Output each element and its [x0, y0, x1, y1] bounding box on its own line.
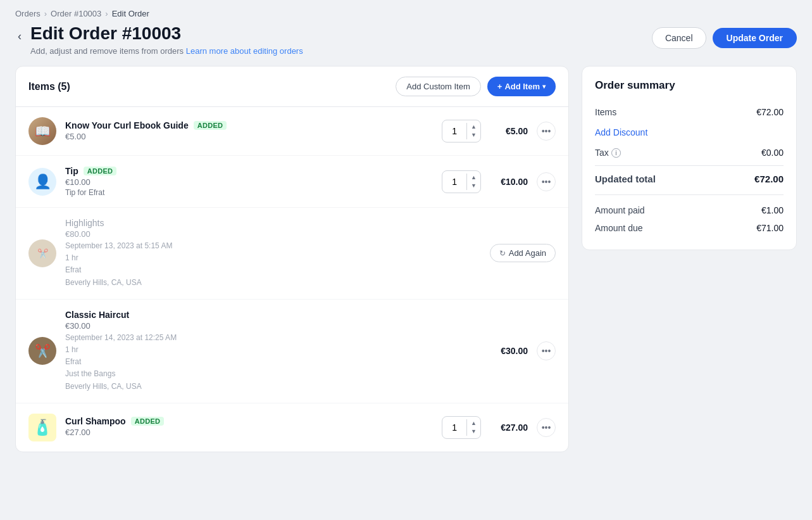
table-row: ✂️ Highlights €80.00 September 13, 2023 …	[16, 208, 568, 300]
back-button[interactable]: ‹	[15, 27, 24, 46]
quantity-stepper[interactable]: ▲ ▼	[442, 416, 481, 439]
item-date: September 14, 2023 at 12:25 AM	[65, 332, 481, 344]
item-price-sub: €10.00	[65, 177, 433, 187]
updated-total-value: €72.00	[754, 174, 784, 184]
item-name-row: Know Your Curl Ebook Guide ADDED	[65, 120, 433, 130]
item-name-row: Classic Haircut	[65, 310, 481, 320]
summary-amount-paid-row: Amount paid €1.00	[595, 201, 784, 219]
item-more-button[interactable]: •••	[537, 418, 556, 437]
item-price-sub: €27.00	[65, 428, 433, 437]
quantity-stepper[interactable]: ▲ ▼	[442, 170, 481, 193]
refresh-icon: ↻	[499, 249, 506, 258]
qty-up-button[interactable]: ▲	[467, 174, 480, 182]
update-order-button[interactable]: Update Order	[713, 28, 797, 48]
qty-up-button[interactable]: ▲	[467, 123, 480, 131]
page-subtitle: Add, adjust and remove items from orders…	[30, 46, 303, 56]
add-item-label: Add Item	[504, 82, 540, 91]
avatar: 🧴	[28, 414, 56, 441]
qty-up-button[interactable]: ▲	[467, 419, 480, 428]
quantity-input[interactable]	[442, 177, 466, 187]
item-more-button[interactable]: •••	[537, 341, 556, 360]
item-added-badge: ADDED	[131, 417, 165, 426]
summary-items-row: Items €72.00	[595, 103, 784, 121]
table-row: 👤 Tip ADDED €10.00 Tip for Efrat ▲ ▼ €10…	[16, 156, 568, 208]
item-name: Classic Haircut	[65, 310, 129, 320]
items-title: Items (5)	[28, 81, 70, 92]
quantity-input[interactable]	[442, 422, 466, 433]
qty-arrows: ▲ ▼	[466, 123, 480, 139]
amount-due-label: Amount due	[595, 223, 643, 233]
avatar: ✂️	[28, 337, 56, 365]
item-name: Know Your Curl Ebook Guide	[65, 120, 189, 130]
tax-info-icon[interactable]: i	[611, 148, 621, 158]
items-value: €72.00	[756, 107, 784, 117]
item-duration: 1 hr	[65, 344, 481, 356]
avatar: ✂️	[28, 239, 56, 267]
item-added-badge: ADDED	[84, 167, 117, 175]
item-price: €10.00	[490, 177, 528, 187]
summary-discount-row: Add Discount	[595, 121, 784, 144]
order-summary-panel: Order summary Items €72.00 Add Discount …	[582, 66, 797, 250]
table-row: 🧴 Curl Shampoo ADDED €27.00 ▲ ▼ €27.00 •…	[16, 403, 568, 452]
cancel-button[interactable]: Cancel	[652, 27, 706, 49]
item-provider: Efrat	[65, 264, 481, 276]
table-row: ✂️ Classic Haircut €30.00 September 14, …	[16, 300, 568, 403]
item-name: Highlights	[65, 218, 104, 228]
learn-more-link[interactable]: Learn more about editing orders	[186, 46, 303, 56]
header-actions: Cancel Update Order	[652, 27, 797, 49]
main-layout: Items (5) Add Custom Item + Add Item ▾ 📖…	[0, 66, 812, 467]
qty-down-button[interactable]: ▼	[467, 131, 480, 139]
item-name-row: Curl Shampoo ADDED	[65, 416, 433, 426]
item-location: Beverly Hills, CA, USA	[65, 277, 481, 289]
add-again-button[interactable]: ↻ Add Again	[490, 244, 556, 262]
quantity-input[interactable]	[442, 126, 466, 136]
table-row: 📖 Know Your Curl Ebook Guide ADDED €5.00…	[16, 107, 568, 156]
item-info: Classic Haircut €30.00 September 14, 202…	[65, 310, 481, 393]
item-more-button[interactable]: •••	[537, 172, 556, 191]
amount-due-value: €71.00	[756, 223, 784, 233]
qty-arrows: ▲ ▼	[466, 419, 480, 436]
item-more-button[interactable]: •••	[537, 122, 556, 141]
item-date: September 13, 2023 at 5:15 AM	[65, 240, 481, 252]
add-item-button[interactable]: + Add Item ▾	[487, 77, 556, 96]
breadcrumb-edit: Edit Order	[112, 9, 149, 18]
page-header-left: ‹ Edit Order #10003 Add, adjust and remo…	[15, 23, 303, 56]
add-discount-button[interactable]: Add Discount	[595, 125, 647, 140]
tip-note: Tip for Efrat	[65, 188, 433, 197]
tax-value: €0.00	[761, 148, 784, 158]
qty-down-button[interactable]: ▼	[467, 182, 480, 190]
item-price: €30.00	[490, 346, 528, 356]
items-actions: Add Custom Item + Add Item ▾	[396, 77, 556, 96]
item-price-sub: €30.00	[65, 321, 481, 331]
quantity-stepper[interactable]: ▲ ▼	[442, 120, 481, 143]
item-price-sub: €80.00	[65, 229, 481, 239]
items-label: Items	[595, 107, 616, 117]
page-header: ‹ Edit Order #10003 Add, adjust and remo…	[0, 23, 812, 66]
tax-row: Tax i	[595, 148, 621, 158]
summary-updated-total-row: Updated total €72.00	[595, 165, 784, 188]
item-price: €27.00	[490, 422, 528, 433]
items-header: Items (5) Add Custom Item + Add Item ▾	[16, 67, 568, 107]
item-info: Highlights €80.00 September 13, 2023 at …	[65, 218, 481, 289]
avatar: 📖	[28, 117, 56, 145]
item-added-badge: ADDED	[194, 121, 227, 130]
page-title: Edit Order #10003	[30, 23, 303, 44]
avatar: 👤	[28, 168, 56, 196]
summary-amount-due-row: Amount due €71.00	[595, 219, 784, 237]
breadcrumb-orders[interactable]: Orders	[15, 9, 41, 18]
summary-tax-row: Tax i €0.00	[595, 144, 784, 162]
add-custom-item-button[interactable]: Add Custom Item	[396, 77, 480, 96]
updated-total-label: Updated total	[595, 174, 656, 184]
page-title-block: Edit Order #10003 Add, adjust and remove…	[30, 23, 303, 56]
item-info: Tip ADDED €10.00 Tip for Efrat	[65, 166, 433, 197]
item-price: €5.00	[490, 126, 528, 136]
item-name-row: Tip ADDED	[65, 166, 433, 176]
amount-paid-label: Amount paid	[595, 205, 645, 215]
item-location: Beverly Hills, CA, USA	[65, 381, 481, 393]
qty-down-button[interactable]: ▼	[467, 428, 480, 436]
summary-divider	[595, 194, 784, 195]
item-name: Curl Shampoo	[65, 416, 126, 426]
item-name: Tip	[65, 166, 78, 176]
breadcrumb-order[interactable]: Order #10003	[51, 9, 101, 18]
item-info: Know Your Curl Ebook Guide ADDED €5.00	[65, 120, 433, 143]
